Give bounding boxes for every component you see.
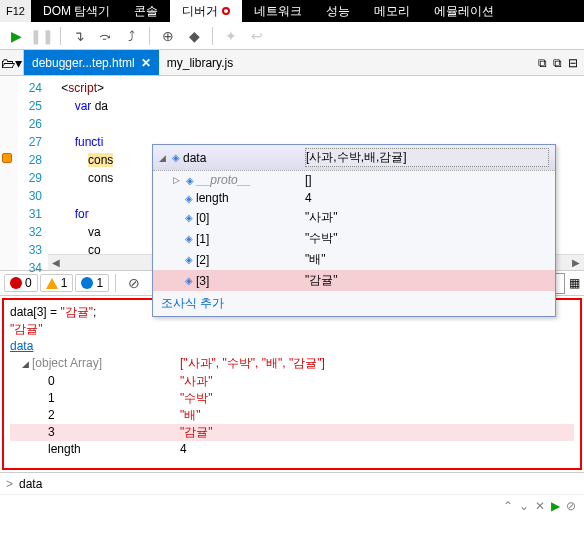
clear-button[interactable]: ⊘ (122, 271, 146, 295)
step-over-button[interactable]: ⤼ (93, 24, 117, 48)
file-tab-active[interactable]: debugger...tep.html ✕ (24, 50, 159, 75)
tab-console[interactable]: 콘솔 (122, 0, 170, 22)
console-data-link[interactable]: data (10, 338, 574, 355)
file-tab-inactive[interactable]: my_library.js (159, 50, 241, 75)
dropdown-chip-icon[interactable]: ▦ (569, 276, 580, 290)
error-icon (10, 277, 22, 289)
devtools-tabbar: F12 DOM 탐색기 콘솔 디버거 네트워크 성능 메모리 에뮬레이션 (0, 0, 584, 22)
line-number-gutter: 242526 272829 303132 3334 (18, 76, 48, 270)
close-icon[interactable]: ✕ (141, 56, 151, 70)
file-tabbar: 🗁▾ debugger...tep.html ✕ my_library.js ⧉… (0, 50, 584, 76)
console-input[interactable]: > data (0, 472, 584, 494)
scroll-right-icon[interactable]: ▶ (568, 257, 584, 268)
footer-controls: ⌃ ⌄ ✕ ▶ ⊘ (0, 494, 584, 516)
scroll-left-icon[interactable]: ◀ (48, 257, 64, 268)
tab-memory[interactable]: 메모리 (362, 0, 422, 22)
step-out-button[interactable]: ⤴ (119, 24, 143, 48)
breakpoint-icon[interactable] (2, 153, 12, 163)
data-tooltip[interactable]: ◢◈ data [사과,수박,배,감귤] ▷◈ __proto__[] ◈ le… (152, 144, 556, 317)
tab-debugger[interactable]: 디버거 (170, 0, 242, 22)
debugger-toolbar: ▶ ❚❚ ↴ ⤼ ⤴ ⊕ ◆ ✦ ↩ (0, 22, 584, 50)
panel-icon-2[interactable]: ⧉ (553, 56, 562, 70)
clear-footer-icon[interactable]: ⊘ (566, 499, 576, 513)
info-count[interactable]: 1 (75, 274, 109, 292)
step-into-button[interactable]: ↴ (67, 24, 91, 48)
continue-button[interactable]: ▶ (4, 24, 28, 48)
code-editor[interactable]: 242526 272829 303132 3334 <script> var d… (0, 76, 584, 270)
wordwrap-button[interactable]: ↩ (245, 24, 269, 48)
pause-button[interactable]: ❚❚ (30, 24, 54, 48)
console-output[interactable]: data[3] = "감귤"; "감귤" data ◢[object Array… (2, 298, 582, 470)
tab-dom[interactable]: DOM 탐색기 (31, 0, 122, 22)
warning-icon (46, 278, 58, 289)
pause-indicator-icon (222, 7, 230, 15)
panel-icon-3[interactable]: ⊟ (568, 56, 578, 70)
warning-count[interactable]: 1 (40, 274, 74, 292)
tab-network[interactable]: 네트워크 (242, 0, 314, 22)
prompt-icon: > (6, 477, 13, 491)
tab-emulation[interactable]: 에뮬레이션 (422, 0, 506, 22)
f12-key: F12 (0, 0, 31, 22)
add-watch-link[interactable]: 조사식 추가 (153, 291, 555, 316)
pretty-print-button[interactable]: ✦ (219, 24, 243, 48)
exception-button[interactable]: ◆ (182, 24, 206, 48)
panel-icon-1[interactable]: ⧉ (538, 56, 547, 70)
run-icon[interactable]: ▶ (551, 499, 560, 513)
expand-icon[interactable]: ⌃ (503, 499, 513, 513)
info-icon (81, 277, 93, 289)
tab-performance[interactable]: 성능 (314, 0, 362, 22)
collapse-icon[interactable]: ⌄ (519, 499, 529, 513)
break-new-worker-button[interactable]: ⊕ (156, 24, 180, 48)
close-footer-icon[interactable]: ✕ (535, 499, 545, 513)
file-picker-button[interactable]: 🗁▾ (0, 50, 24, 75)
